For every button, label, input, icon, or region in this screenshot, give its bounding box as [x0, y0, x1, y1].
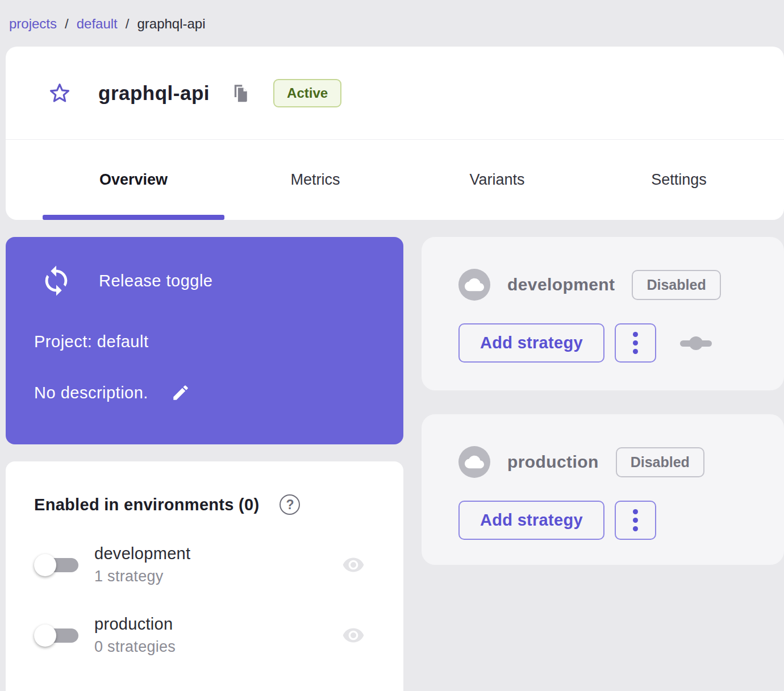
development-environment-card: development Disabled Add strategy — [422, 237, 784, 390]
help-icon[interactable]: ? — [280, 494, 300, 515]
cloud-icon — [458, 269, 490, 301]
description-text: No description. — [34, 384, 148, 402]
kebab-menu-icon[interactable] — [615, 501, 656, 540]
toggle-thumb — [34, 554, 56, 576]
tab-overview[interactable]: Overview — [43, 140, 224, 220]
environment-row-development: development 1 strategy — [34, 544, 375, 585]
rollout-slider-icon[interactable] — [680, 332, 712, 355]
breadcrumb-link-default[interactable]: default — [77, 16, 118, 32]
feature-header-card: graphql-api Active Overview Metrics Vari… — [6, 47, 784, 220]
production-toggle[interactable] — [34, 622, 80, 649]
tab-settings[interactable]: Settings — [588, 140, 770, 220]
cloud-icon — [458, 446, 490, 478]
strategy-count: 0 strategies — [94, 638, 176, 656]
breadcrumb-link-projects[interactable]: projects — [9, 16, 57, 32]
environment-card-name: production — [507, 452, 599, 472]
feature-tabs: Overview Metrics Variants Settings — [6, 140, 784, 220]
eye-icon[interactable] — [339, 624, 368, 647]
environment-card-name: development — [507, 275, 615, 294]
enabled-environments-title: Enabled in environments (0) — [34, 496, 259, 514]
breadcrumb-separator: / — [65, 16, 69, 32]
production-environment-card: production Disabled Add strategy — [422, 414, 784, 565]
environment-name: production — [94, 615, 176, 634]
feature-title-row: graphql-api Active — [6, 47, 784, 139]
toggle-type-label: Release toggle — [99, 272, 212, 290]
add-strategy-button[interactable]: Add strategy — [458, 501, 604, 540]
tab-variants[interactable]: Variants — [406, 140, 588, 220]
eye-icon[interactable] — [339, 553, 368, 576]
breadcrumb: projects / default / graphql-api — [0, 0, 784, 47]
development-toggle[interactable] — [34, 551, 80, 578]
status-badge: Active — [273, 79, 341, 107]
kebab-menu-icon[interactable] — [615, 323, 656, 363]
page-title: graphql-api — [98, 82, 210, 105]
breadcrumb-separator: / — [126, 16, 130, 32]
edit-pencil-icon[interactable] — [171, 383, 190, 402]
breadcrumb-current: graphql-api — [137, 16, 205, 32]
favorite-star-icon[interactable] — [48, 82, 71, 105]
project-label: Project: default — [34, 332, 375, 351]
release-toggle-icon — [40, 264, 73, 297]
strategy-count: 1 strategy — [94, 568, 190, 585]
environment-name: development — [94, 544, 190, 563]
active-tab-indicator — [43, 215, 224, 220]
tab-metrics[interactable]: Metrics — [224, 140, 406, 220]
enabled-environments-panel: Enabled in environments (0) ? developmen… — [6, 461, 403, 691]
environment-status-badge: Disabled — [632, 270, 720, 300]
environment-status-badge: Disabled — [616, 447, 704, 477]
copy-icon[interactable] — [230, 84, 249, 103]
toggle-thumb — [34, 625, 56, 647]
add-strategy-button[interactable]: Add strategy — [458, 323, 604, 363]
feature-overview-card: Release toggle Project: default No descr… — [6, 237, 403, 444]
environment-row-production: production 0 strategies — [34, 615, 375, 656]
